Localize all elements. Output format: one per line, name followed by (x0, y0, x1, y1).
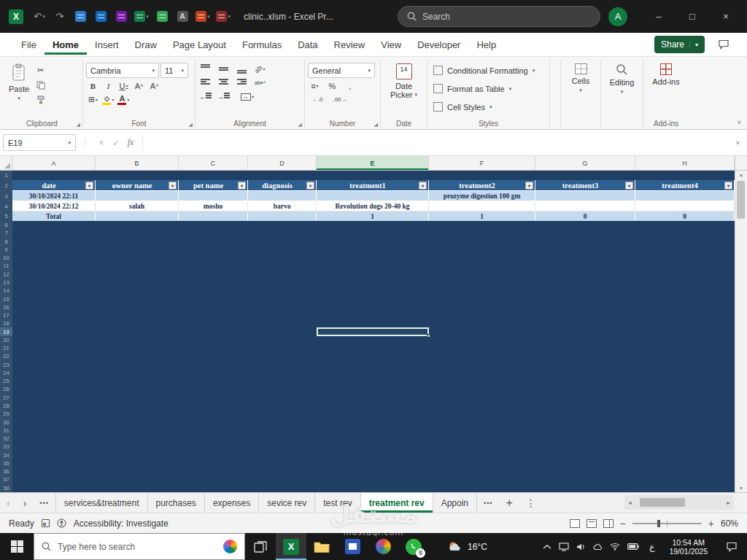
horizontal-scrollbar[interactable]: ◄ ► (624, 495, 734, 510)
styles-menu-item[interactable]: Conditional Formatting ▾ (430, 61, 546, 79)
accounting-format-icon[interactable]: ¤▾ (308, 79, 322, 92)
account-avatar[interactable]: A (608, 7, 627, 26)
macro-record-icon[interactable] (42, 519, 50, 527)
align-right-icon[interactable] (235, 77, 249, 89)
row-header[interactable]: 4 (0, 201, 12, 211)
ribbon-tab[interactable]: Developer (409, 35, 468, 55)
row-header[interactable]: 19 (0, 327, 12, 335)
qat-chart-icon[interactable]: ▾ (214, 7, 232, 26)
increase-decimal-icon[interactable]: ←.0 (308, 93, 327, 106)
copy-icon[interactable] (34, 79, 47, 91)
align-center-icon[interactable] (217, 77, 231, 89)
sheet-nav-right-icon[interactable]: › (17, 493, 34, 513)
table-cell[interactable]: 30/10/2024 22:12 (12, 201, 96, 211)
row-header[interactable]: 35 (0, 459, 12, 467)
table-header-cell[interactable]: diagnosis ▾ (248, 180, 317, 191)
font-color-icon[interactable]: A▾ (117, 93, 131, 106)
task-view-button[interactable] (245, 533, 276, 560)
table-cell[interactable]: 30/10/2024 22:11 (12, 191, 96, 201)
scroll-right-icon[interactable]: ► (723, 500, 734, 505)
sheet-tab[interactable]: treatment rev (361, 493, 433, 513)
table-cell[interactable] (96, 211, 179, 221)
font-dialog-launcher[interactable]: ◢ (189, 122, 193, 128)
sheet-tab[interactable]: sevice rev (259, 493, 315, 513)
table-cell[interactable]: 0 (635, 211, 735, 221)
row-header[interactable]: 28 (0, 402, 12, 410)
sheet-tab[interactable]: purchases (148, 493, 205, 513)
table-cell[interactable] (429, 201, 535, 211)
row-header[interactable]: 13 (0, 279, 12, 287)
row-header[interactable]: 9 (0, 246, 12, 254)
ribbon-tab[interactable]: File (13, 35, 44, 55)
filter-button[interactable]: ▾ (724, 182, 732, 190)
table-cell[interactable]: barvo (248, 201, 317, 211)
italic-button[interactable]: I (101, 79, 115, 92)
taskbar-file-explorer-app[interactable] (306, 533, 337, 560)
minimize-button[interactable]: – (642, 0, 676, 33)
sheet-tabs-overflow-icon[interactable]: ••• (477, 493, 499, 513)
qat-calendar-icon[interactable]: ▾ (194, 7, 212, 26)
row-header[interactable]: 7 (0, 229, 12, 237)
align-middle-icon[interactable] (217, 63, 231, 75)
decrease-indent-icon[interactable]: ← (198, 90, 212, 103)
format-painter-icon[interactable] (34, 93, 47, 106)
row-header[interactable]: 21 (0, 344, 12, 352)
sheet-nav-left-icon[interactable]: ‹ (0, 493, 17, 513)
row-header[interactable]: 33 (0, 443, 12, 451)
table-cell[interactable]: Revolution dogs 20-40 kg (317, 201, 429, 211)
column-header[interactable]: D (248, 156, 317, 170)
ribbon-tab[interactable]: Formulas (234, 35, 290, 55)
row-header[interactable]: 36 (0, 467, 12, 475)
borders-icon[interactable]: ⊞▾ (86, 93, 100, 106)
accessibility-status[interactable]: Accessibility: Investigate (74, 518, 169, 529)
qat-sheet-icon[interactable] (153, 7, 171, 26)
table-cell[interactable] (535, 201, 635, 211)
table-header-cell[interactable]: treatment2 ▾ (429, 180, 535, 191)
fill-handle[interactable] (427, 334, 430, 338)
row-header[interactable]: 2 (0, 180, 12, 191)
row-header[interactable]: 5 (0, 211, 12, 221)
cancel-icon[interactable]: × (94, 138, 109, 148)
filter-button[interactable]: ▾ (85, 182, 93, 190)
comments-icon[interactable] (718, 39, 729, 50)
paste-button[interactable]: Paste ▾ (4, 61, 34, 106)
language-indicator[interactable]: ع (646, 542, 657, 552)
editing-button[interactable]: Editing ▾ (604, 61, 640, 97)
table-cell[interactable] (248, 211, 317, 221)
taskbar-store-app[interactable] (337, 533, 368, 560)
column-header[interactable]: G (535, 156, 635, 170)
row-header[interactable]: 26 (0, 385, 12, 393)
sheet-tab[interactable]: test rev (315, 493, 360, 513)
cells-button[interactable]: Cells ▾ (564, 61, 597, 96)
sheet-tab[interactable]: expenses (205, 493, 259, 513)
table-cell[interactable]: 1 (317, 211, 429, 221)
enter-icon[interactable]: ✓ (109, 138, 123, 148)
clipboard-dialog-launcher[interactable]: ◢ (77, 122, 80, 128)
fill-color-icon[interactable]: ◇▾ (101, 93, 115, 106)
select-all-corner[interactable] (0, 156, 12, 170)
font-name-select[interactable]: Cambria▾ (86, 63, 159, 78)
sheet-cells-area[interactable]: date ▾ owner name ▾ pet name ▾ diagnosis… (12, 171, 735, 492)
ribbon-tab[interactable]: Review (326, 35, 374, 55)
font-size-select[interactable]: 11▾ (160, 63, 188, 78)
row-header[interactable]: 8 (0, 238, 12, 246)
comma-style-icon[interactable]: , (343, 79, 357, 92)
close-button[interactable]: × (709, 0, 743, 33)
volume-icon[interactable] (576, 542, 586, 551)
zoom-in-button[interactable]: + (708, 518, 714, 529)
row-header[interactable]: 29 (0, 410, 12, 418)
ribbon-tab[interactable]: Help (468, 35, 504, 55)
decrease-decimal-icon[interactable]: .00→ (330, 93, 349, 106)
start-button[interactable] (0, 533, 34, 560)
worksheet-grid[interactable]: 1234567891011121314151617181920212223242… (0, 171, 747, 492)
qat-clipboard-icon[interactable] (112, 7, 130, 26)
increase-font-icon[interactable]: A˄ (132, 79, 146, 92)
ribbon-tab[interactable]: Data (290, 35, 325, 55)
table-header-cell[interactable]: treatment3 ▾ (535, 180, 635, 191)
increase-indent-icon[interactable]: → (217, 90, 231, 103)
search-highlights-icon[interactable] (223, 540, 237, 553)
merge-center-icon[interactable]: ↔▾ (235, 90, 260, 103)
ribbon-tab[interactable]: Page Layout (165, 35, 234, 55)
qat-save-icon[interactable] (92, 7, 109, 26)
bold-button[interactable]: B (86, 79, 100, 92)
